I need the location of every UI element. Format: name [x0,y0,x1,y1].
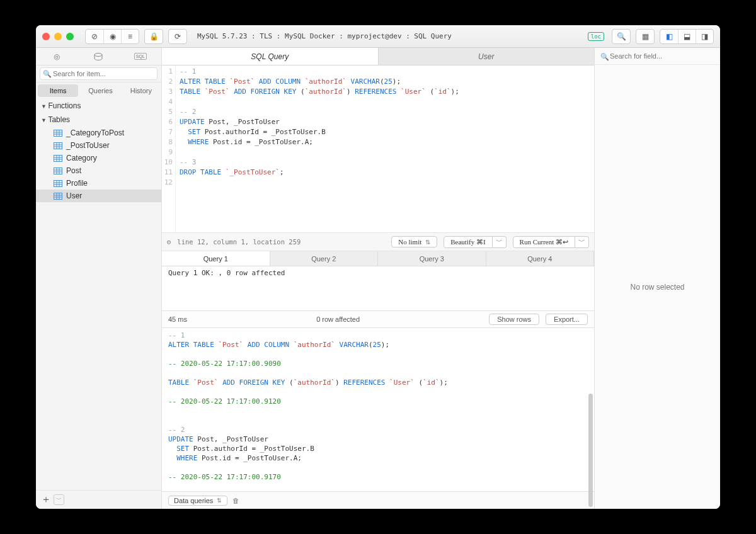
layout-toggle-group: ◧ ⬓ ◨ [660,29,714,44]
svg-rect-21 [54,180,62,186]
lock-icon[interactable]: 🔒 [145,30,163,43]
add-button[interactable]: ＋ [41,493,51,506]
sidebar: ◎ SQL 🔍 Items Queries History Functions … [36,48,162,509]
toolbar-group-nav: ⊘ ◉ ≡ [85,29,139,44]
editor-gutter: 123456789101112 [162,65,176,232]
chevron-updown-icon: ⇅ [217,497,222,504]
table-icon [54,142,62,149]
table-item-_posttouser[interactable]: _PostToUser [36,139,161,152]
main-tab-sql-query[interactable]: SQL Query [162,48,379,65]
toolbar-group-refresh: ⟳ [168,29,187,44]
svg-rect-11 [54,155,62,161]
run-button[interactable]: Run Current ⌘↩ [513,236,575,248]
table-item-profile[interactable]: Profile [36,177,161,190]
search-icon: 🔍 [600,53,609,61]
mode-data-icon[interactable] [77,48,119,65]
sidebar-footer: ＋ ﹀ [36,490,161,509]
chevron-updown-icon: ⇅ [425,239,430,246]
field-search-input[interactable] [597,50,718,62]
layout-right-button[interactable]: ◨ [696,30,713,43]
query-log[interactable]: -- 1ALTER TABLE `Post` ADD COLUMN `autho… [162,328,594,491]
query-tab-1[interactable]: Query 1 [162,251,270,266]
log-scrollbar[interactable] [588,394,593,507]
close-window-button[interactable] [42,33,50,40]
query-tab-3[interactable]: Query 3 [378,251,486,266]
query-tab-2[interactable]: Query 2 [270,251,379,266]
table-icon [54,155,62,162]
sidebar-mode-switch: ◎ SQL [36,48,161,65]
grid-toolbar-button[interactable]: ▦ [636,30,654,43]
run-menu-button[interactable]: ﹀ [575,236,589,248]
right-panel-empty: No row selected [595,65,720,509]
svg-rect-6 [54,142,62,149]
breadcrumb: MySQL 5.7.23 : TLS : MySQL Docker : mypr… [192,32,583,40]
gear-icon[interactable]: ⚙ [167,238,171,246]
table-label: Category [66,154,97,162]
right-panel-search: 🔍 [595,48,720,65]
toolbar-group-lock: 🔒 [144,29,163,44]
svg-point-0 [94,53,102,56]
export-button[interactable]: Export... [546,314,588,325]
layout-left-button[interactable]: ◧ [660,30,678,43]
sidebar-search-input[interactable] [40,67,158,80]
tree-functions-header[interactable]: Functions [36,99,161,113]
sidebar-search: 🔍 [36,65,161,82]
mode-sql-icon[interactable]: SQL [120,48,161,65]
table-icon [54,193,62,200]
sidebar-tree: Functions Tables _CategoryToPost_PostToU… [36,99,161,490]
beautify-menu-button[interactable]: ﹀ [493,236,507,248]
window-controls [42,33,74,40]
stop-button[interactable]: ⊘ [86,30,103,43]
bottom-bar: Data queries⇅ 🗑 [162,491,594,509]
beautify-button[interactable]: Beautify ⌘I [444,236,492,248]
table-icon [54,180,62,187]
cursor-position: line 12, column 1, location 259 [177,238,301,246]
table-label: Post [66,166,81,175]
sql-editor[interactable]: 123456789101112 -- 1ALTER TABLE `Post` A… [162,65,594,232]
trash-icon[interactable]: 🗑 [232,497,239,504]
show-rows-button[interactable]: Show rows [489,314,539,325]
rows-affected: 0 row affected [316,315,360,323]
local-badge: loc [588,32,604,41]
main-tab-user[interactable]: User [379,48,595,65]
layout-bottom-button[interactable]: ⬓ [678,30,696,43]
table-label: Profile [66,179,88,188]
refresh-button[interactable]: ⟳ [169,30,186,43]
main-tabs: SQL Query User [162,48,594,65]
table-item-category[interactable]: Category [36,152,161,164]
search-toolbar-button[interactable]: 🔍 [612,30,630,43]
sidebar-tab-items[interactable]: Items [38,84,78,97]
editor-statusbar: ⚙ line 12, column 1, location 259 No lim… [162,232,594,251]
query-result-tabs: Query 1Query 2Query 3Query 4 [162,251,594,266]
result-bar: 45 ms 0 row affected Show rows Export... [162,310,594,328]
table-label: User [66,191,82,200]
table-item-user[interactable]: User [36,190,161,202]
table-label: _PostToUser [66,141,110,150]
table-icon [54,168,62,174]
svg-rect-16 [54,168,62,174]
search-icon: 🔍 [43,70,52,78]
query-tab-4[interactable]: Query 4 [486,251,595,266]
reveal-button[interactable]: ◉ [103,30,121,43]
table-icon [54,130,62,137]
add-menu-button[interactable]: ﹀ [54,494,64,505]
sidebar-tab-queries[interactable]: Queries [80,82,120,99]
main-content: SQL Query User 123456789101112 -- 1ALTER… [162,48,594,509]
minimize-window-button[interactable] [54,33,62,40]
right-panel: 🔍 No row selected [594,48,720,509]
sidebar-tab-history[interactable]: History [121,82,161,99]
query-result-message: Query 1 OK: , 0 row affected [162,266,594,310]
table-item-_categorytopost[interactable]: _CategoryToPost [36,127,161,139]
table-label: _CategoryToPost [66,128,124,137]
mode-selector[interactable]: Data queries⇅ [168,496,227,506]
editor-code[interactable]: -- 1ALTER TABLE `Post` ADD COLUMN `autho… [176,65,463,232]
titlebar: ⊘ ◉ ≡ 🔒 ⟳ MySQL 5.7.23 : TLS : MySQL Doc… [36,25,720,48]
svg-rect-26 [54,193,62,199]
sidebar-tabs: Items Queries History [36,82,161,99]
table-item-post[interactable]: Post [36,164,161,177]
list-button[interactable]: ≡ [121,30,139,43]
tree-tables-header[interactable]: Tables [36,113,161,127]
zoom-window-button[interactable] [66,33,74,40]
mode-structure-icon[interactable]: ◎ [36,48,77,65]
limit-selector[interactable]: No limit⇅ [391,236,437,247]
